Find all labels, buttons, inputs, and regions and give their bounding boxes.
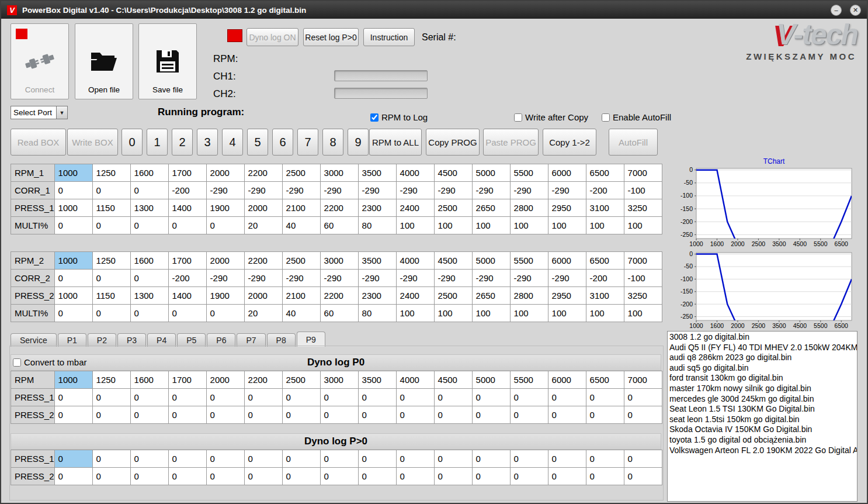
- digit-button-6[interactable]: 6: [272, 129, 293, 156]
- tab-p1[interactable]: P1: [58, 333, 86, 347]
- cell-RPM_1-10[interactable]: 4500: [434, 164, 472, 182]
- cell-MULTI%-6[interactable]: 40: [282, 305, 320, 322]
- digit-button-1[interactable]: 1: [147, 129, 168, 156]
- cell-PRESS_1-1[interactable]: 0: [92, 450, 130, 468]
- cell-PRESS_2-2[interactable]: 0: [130, 468, 168, 485]
- cell-RPM_1-14[interactable]: 6500: [586, 164, 624, 182]
- digit-button-4[interactable]: 4: [222, 129, 243, 156]
- cell-CORR_1-15[interactable]: -100: [624, 182, 662, 199]
- cell-PRESS_1-12[interactable]: 2800: [510, 199, 548, 217]
- cell-RPM_2-4[interactable]: 2000: [206, 252, 244, 270]
- digit-button-3[interactable]: 3: [197, 129, 218, 156]
- cell-MULTI%-8[interactable]: 80: [358, 217, 396, 234]
- cell-MULTI%-4[interactable]: 0: [206, 217, 244, 234]
- cell-PRESS_1-5[interactable]: 0: [244, 389, 282, 406]
- cell-CORR_2-1[interactable]: 0: [92, 270, 130, 287]
- cell-PRESS_1-6[interactable]: 2100: [282, 199, 320, 217]
- cell-PRESS_2-0[interactable]: 1000: [54, 287, 92, 305]
- cell-PRESS_1-9[interactable]: 2400: [396, 199, 434, 217]
- cell-RPM_1-13[interactable]: 6000: [548, 164, 586, 182]
- cell-MULTI%-13[interactable]: 100: [548, 305, 586, 322]
- cell-MULTI%-1[interactable]: 0: [92, 305, 130, 322]
- cell-RPM-1[interactable]: 1250: [92, 371, 130, 389]
- tab-p8[interactable]: P8: [267, 333, 296, 347]
- cell-CORR_1-1[interactable]: 0: [92, 182, 130, 199]
- cell-MULTI%-12[interactable]: 100: [510, 217, 548, 234]
- cell-MULTI%-3[interactable]: 0: [168, 217, 206, 234]
- cell-PRESS_2-1[interactable]: 0: [92, 468, 130, 485]
- cell-PRESS_1-6[interactable]: 0: [282, 389, 320, 406]
- cell-PRESS_2-13[interactable]: 2950: [548, 287, 586, 305]
- cell-RPM_2-0[interactable]: 1000: [54, 252, 92, 270]
- reset-log-button[interactable]: Reset log P>0: [303, 28, 359, 46]
- cell-RPM_1-5[interactable]: 2200: [244, 164, 282, 182]
- cell-PRESS_2-6[interactable]: 0: [282, 406, 320, 424]
- file-list-item[interactable]: audi sq5 go digital.bin: [669, 363, 855, 374]
- cell-PRESS_1-1[interactable]: 0: [92, 389, 130, 406]
- cell-CORR_2-13[interactable]: -290: [548, 270, 586, 287]
- convert-to-mbar-checkbox[interactable]: Convert to mbar: [13, 357, 87, 367]
- cell-CORR_2-12[interactable]: -290: [510, 270, 548, 287]
- cell-PRESS_1-9[interactable]: 0: [396, 389, 434, 406]
- rpm-to-log-checkbox[interactable]: RPM to Log: [370, 112, 428, 122]
- enable-autofill-checkbox[interactable]: Enable AutoFill: [602, 112, 671, 122]
- tab-p2[interactable]: P2: [88, 333, 116, 347]
- cell-MULTI%-9[interactable]: 100: [396, 217, 434, 234]
- cell-CORR_2-7[interactable]: -290: [320, 270, 358, 287]
- cell-RPM_1-6[interactable]: 2500: [282, 164, 320, 182]
- cell-RPM-3[interactable]: 1700: [168, 371, 206, 389]
- write-after-copy-checkbox[interactable]: Write after Copy: [514, 112, 588, 122]
- cell-MULTI%-5[interactable]: 20: [244, 305, 282, 322]
- file-list-item[interactable]: audi q8 286km 2023 go digital.bin: [669, 353, 855, 363]
- cell-CORR_2-9[interactable]: -290: [396, 270, 434, 287]
- digit-button-5[interactable]: 5: [247, 129, 268, 156]
- cell-PRESS_1-5[interactable]: 0: [244, 450, 282, 468]
- cell-PRESS_2-7[interactable]: 0: [320, 468, 358, 485]
- cell-RPM_1-3[interactable]: 1700: [168, 164, 206, 182]
- cell-MULTI%-1[interactable]: 0: [92, 217, 130, 234]
- cell-PRESS_1-0[interactable]: 0: [54, 389, 92, 406]
- cell-PRESS_2-1[interactable]: 1150: [92, 287, 130, 305]
- file-list-item[interactable]: Audi Q5 II (FY FL) 40 TDI MHEV 2.0 150kW…: [669, 343, 855, 353]
- cell-PRESS_2-4[interactable]: 1900: [206, 287, 244, 305]
- cell-MULTI%-6[interactable]: 40: [282, 217, 320, 234]
- cell-CORR_2-3[interactable]: -200: [168, 270, 206, 287]
- cell-PRESS_1-7[interactable]: 0: [320, 450, 358, 468]
- cell-PRESS_1-1[interactable]: 1150: [92, 199, 130, 217]
- cell-CORR_1-3[interactable]: -200: [168, 182, 206, 199]
- cell-PRESS_2-11[interactable]: 0: [472, 406, 510, 424]
- cell-PRESS_2-5[interactable]: 0: [244, 406, 282, 424]
- save-file-button[interactable]: Save file: [138, 23, 197, 99]
- cell-RPM-15[interactable]: 7000: [624, 371, 662, 389]
- tab-p3[interactable]: P3: [117, 333, 146, 347]
- cell-RPM_2-8[interactable]: 3500: [358, 252, 396, 270]
- cell-PRESS_2-10[interactable]: 0: [434, 406, 472, 424]
- cell-PRESS_1-9[interactable]: 0: [396, 450, 434, 468]
- cell-PRESS_1-12[interactable]: 0: [510, 389, 548, 406]
- cell-PRESS_1-4[interactable]: 0: [206, 389, 244, 406]
- cell-CORR_2-0[interactable]: 0: [54, 270, 92, 287]
- cell-PRESS_2-14[interactable]: 0: [586, 468, 624, 485]
- cell-RPM_2-12[interactable]: 5500: [510, 252, 548, 270]
- cell-RPM_1-9[interactable]: 4000: [396, 164, 434, 182]
- cell-RPM-5[interactable]: 2200: [244, 371, 282, 389]
- cell-RPM_1-0[interactable]: 1000: [54, 164, 92, 182]
- cell-PRESS_2-12[interactable]: 2800: [510, 287, 548, 305]
- cell-RPM_2-11[interactable]: 5000: [472, 252, 510, 270]
- digit-button-2[interactable]: 2: [172, 129, 193, 156]
- convert-to-mbar-checkbox-input[interactable]: [13, 358, 21, 367]
- cell-CORR_2-14[interactable]: -200: [586, 270, 624, 287]
- cell-PRESS_1-8[interactable]: 2300: [358, 199, 396, 217]
- cell-PRESS_2-6[interactable]: 2100: [282, 287, 320, 305]
- cell-CORR_2-4[interactable]: -290: [206, 270, 244, 287]
- cell-CORR_1-8[interactable]: -290: [358, 182, 396, 199]
- cell-MULTI%-10[interactable]: 100: [434, 217, 472, 234]
- file-list-item[interactable]: master 170km nowy silnik go digital.bin: [669, 384, 855, 394]
- tab-p6[interactable]: P6: [207, 333, 235, 347]
- rpm-to-all-button[interactable]: RPM to ALL: [369, 129, 422, 156]
- file-list-item[interactable]: Skoda Octavia IV 150KM Go Digital.bin: [669, 424, 855, 435]
- file-list-item[interactable]: Seat Leon 1.5 TSI 130KM Go Digital.bin: [669, 404, 855, 415]
- cell-PRESS_2-9[interactable]: 0: [396, 406, 434, 424]
- cell-RPM-6[interactable]: 2500: [282, 371, 320, 389]
- cell-PRESS_1-14[interactable]: 0: [586, 450, 624, 468]
